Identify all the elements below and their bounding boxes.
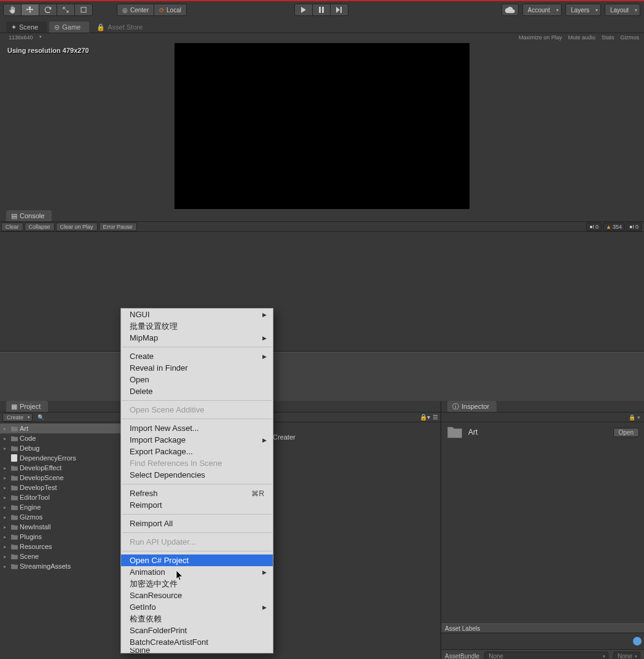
console-clear-on-play-toggle[interactable]: Clear on Play (56, 223, 98, 231)
tree-item-developscene[interactable]: ▸DevelopScene (0, 473, 120, 483)
tab-project[interactable]: ▦ Project (6, 401, 48, 412)
lock-icon[interactable]: 🔒▾ (420, 414, 430, 420)
stats-toggle[interactable]: Stats (602, 34, 615, 41)
menu-item[interactable]: ScanResource (121, 590, 273, 601)
menu-item[interactable]: 加密选中文件 (121, 578, 273, 590)
step-button[interactable] (330, 4, 348, 16)
expand-arrow-icon[interactable]: ▸ (4, 534, 9, 540)
gizmos-toggle[interactable]: Gizmos (620, 34, 639, 41)
expand-arrow-icon[interactable]: ▸ (4, 505, 9, 510)
tree-item-developtest[interactable]: ▸DevelopTest (0, 483, 120, 492)
expand-arrow-icon[interactable]: ▸ (4, 475, 9, 481)
expand-arrow-icon[interactable]: ▸ (4, 524, 9, 530)
scale-tool[interactable] (57, 4, 75, 16)
mute-audio-toggle[interactable]: Mute audio (568, 34, 595, 41)
account-dropdown[interactable]: Account (522, 4, 562, 16)
search-icon[interactable]: 🔍 (37, 414, 44, 420)
tree-item-streamingassets[interactable]: ▸StreamingAssets (0, 561, 120, 571)
console-body[interactable] (0, 232, 644, 352)
expand-arrow-icon[interactable]: ▸ (4, 554, 9, 559)
expand-arrow-icon[interactable]: ▸ (4, 446, 9, 451)
resolution-dropdown[interactable]: 1136x640 (6, 34, 43, 41)
tab-console[interactable]: ▤ Console (6, 210, 52, 221)
menu-item[interactable]: Reveal in Finder (121, 362, 273, 374)
menu-item[interactable]: Select Dependencies (121, 469, 273, 481)
info-count-chip[interactable]: ●! 0 (586, 223, 602, 231)
inspector-lock-icon[interactable]: 🔒 ▾ (629, 414, 640, 420)
console-error-pause-toggle[interactable]: Error Pause (99, 223, 137, 231)
layout-icon[interactable]: ☰ (433, 414, 438, 420)
error-count-chip[interactable]: ●! 0 (626, 223, 642, 231)
rotate-tool[interactable] (39, 4, 57, 16)
menu-item[interactable]: NGUI (121, 309, 273, 320)
layout-dropdown[interactable]: Layout (605, 4, 640, 16)
menu-item[interactable]: GetInfo (121, 601, 273, 613)
rect-tool[interactable] (74, 4, 93, 16)
content-item[interactable]: Creater (273, 433, 436, 441)
tree-item-engine[interactable]: ▸Engine (0, 502, 120, 512)
menu-item[interactable]: Import New Asset... (121, 422, 273, 434)
inspector-open-button[interactable]: Open (613, 428, 639, 437)
tree-item-code[interactable]: ▸Code (0, 433, 120, 443)
layers-dropdown[interactable]: Layers (565, 4, 601, 16)
menu-item[interactable]: Open (121, 374, 273, 385)
expand-arrow-icon[interactable]: ▸ (4, 495, 9, 500)
expand-arrow-icon[interactable]: ▸ (4, 544, 9, 550)
tree-item-scene[interactable]: ▸Scene (0, 551, 120, 561)
expand-arrow-icon[interactable]: ▸ (4, 426, 9, 432)
expand-arrow-icon[interactable]: ▸ (4, 485, 9, 491)
move-tool[interactable] (21, 4, 39, 16)
play-button[interactable] (294, 4, 313, 16)
label-tag-icon[interactable] (633, 637, 642, 645)
console-clear-button[interactable]: Clear (1, 223, 23, 231)
menu-item-clipped[interactable]: Spine (121, 648, 273, 653)
tab-inspector[interactable]: ⓘ Inspector (447, 401, 497, 412)
menu-item[interactable]: Export Package... (121, 446, 273, 457)
menu-item[interactable]: Create (121, 350, 273, 362)
console-collapse-toggle[interactable]: Collapse (25, 223, 55, 231)
hand-tool[interactable] (3, 4, 22, 16)
context-menu[interactable]: NGUI批量设置纹理MipMapCreateReveal in FinderOp… (120, 308, 273, 653)
tree-item-plugins[interactable]: ▸Plugins (0, 532, 120, 542)
warn-count-chip[interactable]: ▲ 354 (603, 223, 625, 231)
tree-item-dependencyerrors[interactable]: DependencyErrors (0, 453, 120, 463)
pivot-local-button[interactable]: ⟳ Local (154, 4, 187, 16)
tree-item-art[interactable]: ▸Art (0, 424, 120, 433)
tree-item-debug[interactable]: ▸Debug (0, 443, 120, 453)
folder-tree[interactable]: ▸Art▸Code▸DebugDependencyErrors▸DevelopE… (0, 422, 120, 659)
pivot-center-button[interactable]: ◎ Center (117, 4, 154, 16)
expand-arrow-icon[interactable]: ▸ (4, 515, 9, 520)
menu-item[interactable]: Reimport All (121, 518, 273, 529)
menu-item[interactable]: ScanFolderPrint (121, 625, 273, 636)
tab-game[interactable]: ⊝ Game (49, 22, 89, 33)
tree-item-gizmos[interactable]: ▸Gizmos (0, 512, 120, 522)
menu-item[interactable]: 检查依赖 (121, 613, 273, 625)
expand-arrow-icon[interactable]: ▸ (4, 564, 9, 569)
menu-item[interactable]: Open C# Project (121, 554, 273, 566)
expand-arrow-icon[interactable]: ▸ (4, 436, 9, 441)
menu-item[interactable]: Refresh⌘R (121, 487, 273, 499)
tab-scene[interactable]: ✦ Scene (6, 22, 47, 33)
menu-item[interactable]: Reimport (121, 499, 273, 511)
tree-item-developeffect[interactable]: ▸DevelopEffect (0, 463, 120, 473)
asset-labels-header[interactable]: Asset Labels (441, 623, 644, 633)
asset-bundle-name-dropdown[interactable]: None (484, 652, 608, 660)
tree-item-editortool[interactable]: ▸EditorTool (0, 492, 120, 502)
menu-item[interactable]: 批量设置纹理 (121, 320, 273, 332)
pause-button[interactable] (312, 4, 331, 16)
menu-item[interactable]: Animation (121, 566, 273, 578)
tab-asset-store[interactable]: 🔒 Asset Store (92, 22, 151, 33)
project-create-dropdown[interactable]: Create (2, 413, 33, 422)
expand-arrow-icon[interactable]: ▸ (4, 465, 9, 471)
menu-item[interactable]: Delete (121, 385, 273, 397)
tree-item-resources[interactable]: ▸Resources (0, 542, 120, 551)
tree-item-newinstall[interactable]: ▸NewInstall (0, 522, 120, 532)
cloud-button[interactable] (501, 4, 519, 16)
asset-bundle-variant-dropdown[interactable]: None (613, 652, 640, 660)
menu-item[interactable]: MipMap (121, 332, 273, 344)
game-viewport[interactable] (175, 43, 469, 209)
maximize-on-play-toggle[interactable]: Maximize on Play (519, 34, 562, 41)
console-detail[interactable] (0, 352, 644, 401)
menu-item[interactable]: BatchCreateArtistFont (121, 636, 273, 648)
menu-item[interactable]: Import Package (121, 434, 273, 446)
